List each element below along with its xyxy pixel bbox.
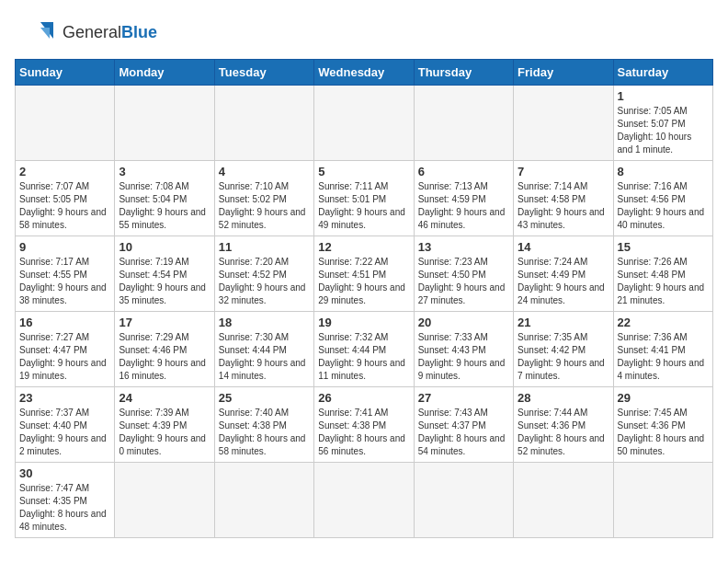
calendar-cell: [414, 463, 513, 538]
day-number: 11: [219, 240, 310, 254]
calendar-cell: 11Sunrise: 7:20 AM Sunset: 4:52 PM Dayli…: [214, 236, 313, 312]
day-number: 8: [618, 165, 709, 178]
weekday-header-friday: Friday: [514, 60, 613, 86]
day-info: Sunrise: 7:23 AM Sunset: 4:50 PM Dayligh…: [418, 256, 509, 307]
day-info: Sunrise: 7:22 AM Sunset: 4:51 PM Dayligh…: [318, 256, 409, 307]
day-info: Sunrise: 7:30 AM Sunset: 4:44 PM Dayligh…: [219, 331, 310, 383]
calendar-cell: 17Sunrise: 7:29 AM Sunset: 4:46 PM Dayli…: [115, 312, 214, 387]
weekday-header-row: SundayMondayTuesdayWednesdayThursdayFrid…: [16, 60, 713, 86]
calendar-cell: 10Sunrise: 7:19 AM Sunset: 4:54 PM Dayli…: [115, 236, 214, 312]
calendar-cell: 20Sunrise: 7:33 AM Sunset: 4:43 PM Dayli…: [414, 312, 513, 387]
day-info: Sunrise: 7:47 AM Sunset: 4:35 PM Dayligh…: [19, 482, 110, 534]
day-number: 13: [418, 240, 509, 254]
calendar-cell: 2Sunrise: 7:07 AM Sunset: 5:05 PM Daylig…: [16, 161, 115, 236]
day-number: 7: [518, 165, 609, 178]
day-number: 3: [119, 165, 210, 178]
day-info: Sunrise: 7:41 AM Sunset: 4:38 PM Dayligh…: [318, 407, 409, 458]
day-info: Sunrise: 7:35 AM Sunset: 4:42 PM Dayligh…: [518, 331, 609, 383]
logo-svg: [15, 15, 59, 52]
calendar-cell: 8Sunrise: 7:16 AM Sunset: 4:56 PM Daylig…: [613, 161, 712, 236]
weekday-header-saturday: Saturday: [613, 60, 712, 86]
day-info: Sunrise: 7:11 AM Sunset: 5:01 PM Dayligh…: [318, 180, 409, 232]
calendar-cell: 29Sunrise: 7:45 AM Sunset: 4:36 PM Dayli…: [613, 387, 712, 463]
day-number: 27: [418, 391, 509, 405]
day-number: 28: [518, 391, 609, 405]
header: GeneralBlue: [15, 15, 713, 52]
calendar-cell: 27Sunrise: 7:43 AM Sunset: 4:37 PM Dayli…: [414, 387, 513, 463]
week-row-3: 16Sunrise: 7:27 AM Sunset: 4:47 PM Dayli…: [16, 312, 713, 387]
day-number: 24: [119, 391, 210, 405]
calendar-cell: [115, 463, 214, 538]
calendar-cell: 16Sunrise: 7:27 AM Sunset: 4:47 PM Dayli…: [16, 312, 115, 387]
calendar-cell: 13Sunrise: 7:23 AM Sunset: 4:50 PM Dayli…: [414, 236, 513, 312]
day-info: Sunrise: 7:27 AM Sunset: 4:47 PM Dayligh…: [19, 331, 110, 383]
calendar-cell: 4Sunrise: 7:10 AM Sunset: 5:02 PM Daylig…: [214, 161, 313, 236]
calendar-cell: 28Sunrise: 7:44 AM Sunset: 4:36 PM Dayli…: [514, 387, 613, 463]
day-info: Sunrise: 7:16 AM Sunset: 4:56 PM Dayligh…: [618, 180, 709, 232]
day-info: Sunrise: 7:19 AM Sunset: 4:54 PM Dayligh…: [119, 256, 210, 307]
day-info: Sunrise: 7:24 AM Sunset: 4:49 PM Dayligh…: [518, 256, 609, 307]
weekday-header-wednesday: Wednesday: [314, 60, 414, 86]
weekday-header-thursday: Thursday: [414, 60, 513, 86]
day-info: Sunrise: 7:37 AM Sunset: 4:40 PM Dayligh…: [19, 407, 110, 458]
day-info: Sunrise: 7:39 AM Sunset: 4:39 PM Dayligh…: [119, 407, 210, 458]
day-number: 14: [518, 240, 609, 254]
calendar-cell: [514, 463, 613, 538]
calendar-cell: 7Sunrise: 7:14 AM Sunset: 4:58 PM Daylig…: [514, 161, 613, 236]
calendar-cell: 14Sunrise: 7:24 AM Sunset: 4:49 PM Dayli…: [514, 236, 613, 312]
day-number: 12: [318, 240, 409, 254]
day-info: Sunrise: 7:20 AM Sunset: 4:52 PM Dayligh…: [219, 256, 310, 307]
calendar-cell: [414, 86, 513, 161]
day-info: Sunrise: 7:44 AM Sunset: 4:36 PM Dayligh…: [518, 407, 609, 458]
week-row-0: 1Sunrise: 7:05 AM Sunset: 5:07 PM Daylig…: [16, 86, 713, 161]
calendar-cell: 21Sunrise: 7:35 AM Sunset: 4:42 PM Dayli…: [514, 312, 613, 387]
day-number: 10: [119, 240, 210, 254]
day-info: Sunrise: 7:14 AM Sunset: 4:58 PM Dayligh…: [518, 180, 609, 232]
day-info: Sunrise: 7:36 AM Sunset: 4:41 PM Dayligh…: [618, 331, 709, 383]
calendar-cell: 9Sunrise: 7:17 AM Sunset: 4:55 PM Daylig…: [16, 236, 115, 312]
calendar-cell: [514, 86, 613, 161]
day-info: Sunrise: 7:13 AM Sunset: 4:59 PM Dayligh…: [418, 180, 509, 232]
day-info: Sunrise: 7:33 AM Sunset: 4:43 PM Dayligh…: [418, 331, 509, 383]
weekday-header-sunday: Sunday: [16, 60, 115, 86]
calendar: SundayMondayTuesdayWednesdayThursdayFrid…: [15, 59, 713, 538]
calendar-cell: 18Sunrise: 7:30 AM Sunset: 4:44 PM Dayli…: [214, 312, 313, 387]
day-number: 18: [219, 316, 310, 329]
calendar-cell: 24Sunrise: 7:39 AM Sunset: 4:39 PM Dayli…: [115, 387, 214, 463]
day-info: Sunrise: 7:45 AM Sunset: 4:36 PM Dayligh…: [618, 407, 709, 458]
day-number: 2: [19, 165, 110, 178]
calendar-cell: 6Sunrise: 7:13 AM Sunset: 4:59 PM Daylig…: [414, 161, 513, 236]
calendar-cell: 25Sunrise: 7:40 AM Sunset: 4:38 PM Dayli…: [214, 387, 313, 463]
calendar-cell: [613, 463, 712, 538]
day-number: 17: [119, 316, 210, 329]
weekday-header-tuesday: Tuesday: [214, 60, 313, 86]
week-row-4: 23Sunrise: 7:37 AM Sunset: 4:40 PM Dayli…: [16, 387, 713, 463]
day-info: Sunrise: 7:29 AM Sunset: 4:46 PM Dayligh…: [119, 331, 210, 383]
logo-text: GeneralBlue: [63, 24, 157, 42]
calendar-cell: 26Sunrise: 7:41 AM Sunset: 4:38 PM Dayli…: [314, 387, 414, 463]
day-number: 9: [19, 240, 110, 254]
day-info: Sunrise: 7:43 AM Sunset: 4:37 PM Dayligh…: [418, 407, 509, 458]
day-number: 20: [418, 316, 509, 329]
calendar-cell: 30Sunrise: 7:47 AM Sunset: 4:35 PM Dayli…: [16, 463, 115, 538]
day-number: 16: [19, 316, 110, 329]
svg-marker-1: [40, 28, 50, 39]
day-info: Sunrise: 7:26 AM Sunset: 4:48 PM Dayligh…: [618, 256, 709, 307]
day-number: 4: [219, 165, 310, 178]
day-info: Sunrise: 7:17 AM Sunset: 4:55 PM Dayligh…: [19, 256, 110, 307]
day-number: 1: [618, 89, 709, 103]
day-number: 23: [19, 391, 110, 405]
calendar-cell: [214, 463, 313, 538]
calendar-cell: 19Sunrise: 7:32 AM Sunset: 4:44 PM Dayli…: [314, 312, 414, 387]
calendar-cell: [115, 86, 214, 161]
day-number: 19: [318, 316, 409, 329]
day-info: Sunrise: 7:07 AM Sunset: 5:05 PM Dayligh…: [19, 180, 110, 232]
day-number: 29: [618, 391, 709, 405]
week-row-1: 2Sunrise: 7:07 AM Sunset: 5:05 PM Daylig…: [16, 161, 713, 236]
calendar-cell: [214, 86, 313, 161]
day-number: 15: [618, 240, 709, 254]
day-number: 22: [618, 316, 709, 329]
day-number: 5: [318, 165, 409, 178]
day-info: Sunrise: 7:08 AM Sunset: 5:04 PM Dayligh…: [119, 180, 210, 232]
calendar-cell: 15Sunrise: 7:26 AM Sunset: 4:48 PM Dayli…: [613, 236, 712, 312]
